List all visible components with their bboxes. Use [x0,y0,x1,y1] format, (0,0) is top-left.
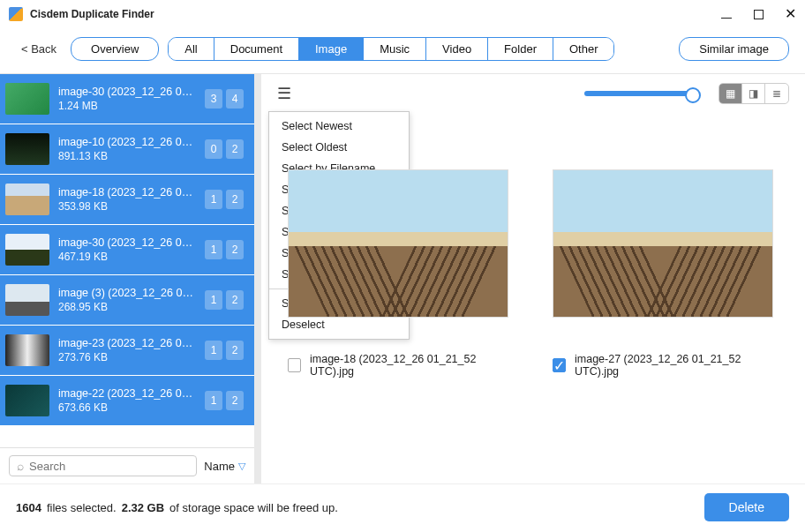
badge-total: 2 [226,139,244,159]
thumbnail [5,334,49,366]
count-badges: 12 [205,190,244,209]
menu-item[interactable]: Select Newest [269,116,409,137]
list-item[interactable]: image-30 (2023_12_26 01...1.24 MB34 [0,74,254,124]
file-size: 891.13 KB [58,150,196,162]
duplicate-groups-list[interactable]: image-30 (2023_12_26 01...1.24 MB34image… [0,74,254,447]
search-input[interactable] [29,460,189,473]
tab-all[interactable]: All [169,38,214,60]
view-grid-icon[interactable]: ▦ [719,84,742,103]
file-name: image-18 (2023_12_26 01... [58,186,196,199]
preview-image [288,169,508,318]
tab-video[interactable]: Video [426,38,488,60]
gallery-card[interactable]: ✓image-27 (2023_12_26 01_21_52 UTC).jpg [553,169,773,378]
item-meta: image (3) (2023_12_26 01...268.95 KB [58,287,196,313]
file-name: image (3) (2023_12_26 01... [58,287,196,299]
list-item[interactable]: image (3) (2023_12_26 01...268.95 KB12 [0,275,254,326]
badge-selected: 1 [205,240,222,259]
main-toolbar: < Back Overview AllDocumentImageMusicVid… [0,28,805,73]
card-caption: image-18 (2023_12_26 01_21_52 UTC).jpg [288,353,508,378]
selected-count: 1604 [16,501,41,514]
file-size: 273.76 KB [58,351,196,363]
delete-button[interactable]: Delete [704,493,789,521]
window-controls: ✕ [720,8,796,20]
detail-pane: ☰ ▦ ◨ ≣ Select NewestSelect OldestSelect… [261,74,805,483]
count-badges: 12 [205,341,244,360]
file-name: image-10 (2023_12_26 01... [58,136,196,148]
tab-document[interactable]: Document [214,38,299,60]
sidebar-footer: ⌕ Name ▽ [0,447,254,483]
badge-total: 2 [226,341,244,360]
list-item[interactable]: image-30 (2023_12_26 01...467.19 KB12 [0,225,254,275]
list-item[interactable]: image-23 (2023_12_26 01...273.76 KB12 [0,326,254,376]
item-meta: image-10 (2023_12_26 01...891.13 KB [58,136,196,162]
badge-selected: 1 [205,290,222,310]
overview-button[interactable]: Overview [71,37,159,61]
badge-selected: 1 [205,341,222,360]
count-badges: 02 [205,139,244,159]
maximize-button[interactable] [752,8,764,20]
file-name: image-22 (2023_12_26 01... [58,387,196,400]
thumbnail [5,83,49,115]
select-checkbox[interactable] [288,358,301,372]
file-name: image-30 (2023_12_26 01... [58,236,196,249]
badge-selected: 1 [205,391,222,410]
count-badges: 12 [205,391,244,410]
thumbnail-size-slider[interactable] [584,91,699,96]
tab-folder[interactable]: Folder [488,38,553,60]
content-area: image-30 (2023_12_26 01...1.24 MB34image… [0,73,805,483]
view-mode-group: ▦ ◨ ≣ [718,83,789,104]
thumbnail [5,385,49,416]
chevron-down-icon: ▽ [238,461,245,472]
tab-other[interactable]: Other [553,38,614,60]
search-box[interactable]: ⌕ [9,455,197,476]
sort-label: Name [204,460,235,473]
selected-text: files selected. [47,501,117,514]
thumbnail [5,284,49,316]
filter-icon[interactable]: ☰ [277,84,291,103]
badge-total: 2 [226,240,244,259]
item-meta: image-30 (2023_12_26 01...1.24 MB [58,86,196,112]
badge-selected: 1 [205,190,222,209]
badge-total: 2 [226,290,244,310]
view-compare-icon[interactable]: ◨ [742,84,765,103]
file-size: 1.24 MB [58,100,196,112]
freed-size: 2.32 GB [122,501,164,514]
count-badges: 12 [205,290,244,310]
item-meta: image-30 (2023_12_26 01...467.19 KB [58,236,196,263]
back-button[interactable]: < Back [16,39,62,59]
preview-image [553,169,773,318]
menu-item[interactable]: Select Oldest [269,137,409,158]
select-checkbox[interactable]: ✓ [553,358,566,372]
pane-divider[interactable] [254,74,261,483]
item-meta: image-23 (2023_12_26 01...273.76 KB [58,337,196,363]
card-caption: ✓image-27 (2023_12_26 01_21_52 UTC).jpg [553,353,773,378]
thumbnail [5,133,49,165]
file-size: 467.19 KB [58,251,196,263]
item-meta: image-22 (2023_12_26 01...673.66 KB [58,387,196,414]
view-list-icon[interactable]: ≣ [765,84,788,103]
freed-text: of storage space will be freed up. [169,501,338,514]
tab-image[interactable]: Image [299,38,364,60]
sidebar: image-30 (2023_12_26 01...1.24 MB34image… [0,74,254,483]
list-item[interactable]: image-22 (2023_12_26 01...673.66 KB12 [0,376,254,426]
count-badges: 34 [205,89,244,109]
similar-image-button[interactable]: Similar image [679,37,789,61]
gallery-card[interactable]: image-18 (2023_12_26 01_21_52 UTC).jpg [288,169,508,378]
close-button[interactable]: ✕ [784,8,796,20]
sort-select[interactable]: Name ▽ [204,460,245,473]
file-size: 268.95 KB [58,301,196,313]
list-item[interactable]: image-18 (2023_12_26 01...353.98 KB12 [0,175,254,225]
minimize-button[interactable] [720,8,733,20]
badge-total: 2 [226,190,244,209]
file-name: image-23 (2023_12_26 01... [58,337,196,349]
file-size: 673.66 KB [58,401,196,414]
thumbnail [5,234,49,266]
badge-total: 4 [226,89,244,109]
tab-music[interactable]: Music [364,38,426,60]
file-size: 353.98 KB [58,200,196,213]
item-meta: image-18 (2023_12_26 01...353.98 KB [58,186,196,213]
category-tabs: AllDocumentImageMusicVideoFolderOther [168,37,614,61]
app-title: Cisdem Duplicate Finder [30,8,720,20]
badge-selected: 3 [205,89,222,109]
list-item[interactable]: image-10 (2023_12_26 01...891.13 KB02 [0,124,254,175]
